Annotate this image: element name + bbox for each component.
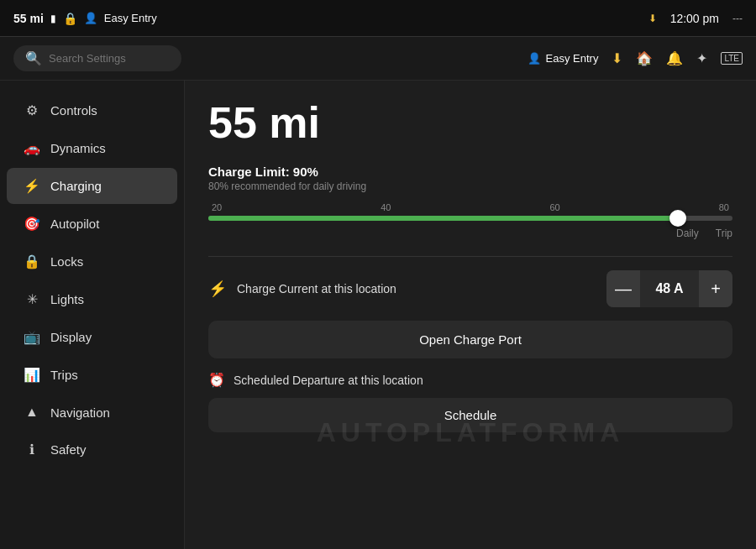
daily-label: Daily <box>676 227 699 239</box>
easy-entry-status: Easy Entry <box>104 12 157 24</box>
slider-fill <box>208 216 680 221</box>
header-row: 🔍 👤 Easy Entry ⬇ 🏠 🔔 ✦ LTE <box>0 37 756 81</box>
slider-label-60: 60 <box>550 202 560 212</box>
time-display: 12:00 pm <box>670 12 719 25</box>
header-user: 👤 Easy Entry <box>528 52 599 65</box>
lte-badge: LTE <box>721 52 743 65</box>
profile-icon-status: 👤 <box>84 12 97 24</box>
search-input[interactable] <box>49 52 170 65</box>
charge-limit-slider-container[interactable] <box>208 216 732 221</box>
controls-label: Controls <box>50 103 97 118</box>
dash-display: --- <box>732 13 743 24</box>
trips-icon: 📊 <box>24 367 40 383</box>
display-label: Display <box>50 330 92 344</box>
sidebar-item-autopilot[interactable]: 🎯 Autopilot <box>7 206 177 242</box>
charge-limit-section: Charge Limit: 90% 80% recommended for da… <box>208 165 732 239</box>
charge-limit-subtitle: 80% recommended for daily driving <box>208 180 732 192</box>
display-icon: 📺 <box>24 329 40 345</box>
battery-icon: ▮ <box>50 13 56 24</box>
dynamics-icon: 🚗 <box>24 140 40 156</box>
easy-entry-header: Easy Entry <box>546 52 599 65</box>
bell-icon[interactable]: 🔔 <box>666 50 683 66</box>
charging-label: Charging <box>50 179 102 193</box>
sidebar: ⚙ Controls 🚗 Dynamics ⚡ Charging 🎯 Autop… <box>0 81 185 549</box>
lights-icon: ✳ <box>24 291 40 307</box>
safety-icon: ℹ <box>24 442 40 458</box>
sidebar-item-lights[interactable]: ✳ Lights <box>7 281 177 317</box>
trip-label: Trip <box>716 227 732 239</box>
lights-label: Lights <box>50 292 84 306</box>
status-left: 55 mi ▮ 🔒 👤 Easy Entry <box>13 12 157 25</box>
slider-thumb[interactable] <box>669 210 686 227</box>
main-layout: ⚙ Controls 🚗 Dynamics ⚡ Charging 🎯 Autop… <box>0 81 756 549</box>
lock-icon: 🔒 <box>63 12 77 25</box>
increase-current-button[interactable]: + <box>699 270 732 307</box>
divider-1 <box>208 256 732 257</box>
status-bar: 55 mi ▮ 🔒 👤 Easy Entry ⬇ 12:00 pm --- <box>0 0 756 37</box>
range-display: 55 mi <box>208 97 732 148</box>
sidebar-item-locks[interactable]: 🔒 Locks <box>7 243 177 280</box>
slider-label-80: 80 <box>719 202 729 212</box>
sidebar-item-controls[interactable]: ⚙ Controls <box>7 92 177 128</box>
safety-label: Safety <box>50 442 87 457</box>
autopilot-label: Autopilot <box>50 217 99 231</box>
download-icon-status: ⬇ <box>648 13 657 24</box>
content-area: 55 mi Charge Limit: 90% 80% recommended … <box>185 81 756 549</box>
charging-icon: ⚡ <box>24 178 40 194</box>
schedule-button[interactable]: Schedule <box>208 398 732 432</box>
charge-current-icon: ⚡ <box>208 280 227 298</box>
header-icons: 👤 Easy Entry ⬇ 🏠 🔔 ✦ LTE <box>528 50 743 66</box>
sidebar-item-navigation[interactable]: ▲ Navigation <box>7 395 177 430</box>
slider-track <box>208 216 732 221</box>
decrease-current-button[interactable]: — <box>606 270 640 307</box>
charge-current-control: — 48 A + <box>606 270 732 307</box>
sidebar-item-display[interactable]: 📺 Display <box>7 319 177 355</box>
trips-label: Trips <box>50 368 78 382</box>
current-value-display: 48 A <box>640 270 699 307</box>
slider-label-40: 40 <box>381 202 391 212</box>
autopilot-icon: 🎯 <box>24 216 40 232</box>
range-miles: 55 mi <box>13 12 44 25</box>
navigation-label: Navigation <box>50 405 110 420</box>
open-charge-port-button[interactable]: Open Charge Port <box>208 321 732 358</box>
daily-trip-labels: Daily Trip <box>208 227 732 239</box>
sidebar-item-safety[interactable]: ℹ Safety <box>7 431 177 468</box>
sidebar-item-trips[interactable]: 📊 Trips <box>7 357 177 393</box>
scheduled-label: Scheduled Departure at this location <box>234 374 423 387</box>
bluetooth-icon[interactable]: ✦ <box>696 50 707 66</box>
dynamics-label: Dynamics <box>50 141 106 155</box>
sidebar-item-charging[interactable]: ⚡ Charging <box>7 168 177 204</box>
slider-label-20: 20 <box>212 202 222 212</box>
locks-label: Locks <box>50 254 83 269</box>
search-icon: 🔍 <box>25 50 42 66</box>
profile-icon-header: 👤 <box>528 52 541 65</box>
download-icon-header[interactable]: ⬇ <box>612 50 622 66</box>
slider-labels: 20 40 60 80 <box>208 202 732 212</box>
locks-icon: 🔒 <box>24 254 40 269</box>
search-box[interactable]: 🔍 <box>13 45 181 71</box>
sidebar-item-dynamics[interactable]: 🚗 Dynamics <box>7 130 177 166</box>
charge-limit-title: Charge Limit: 90% <box>208 165 732 179</box>
home-icon[interactable]: 🏠 <box>636 50 653 66</box>
navigation-icon: ▲ <box>24 405 40 420</box>
scheduled-icon: ⏰ <box>208 372 225 388</box>
scheduled-departure-section: ⏰ Scheduled Departure at this location <box>208 372 732 388</box>
charge-current-row: ⚡ Charge Current at this location — 48 A… <box>208 270 732 307</box>
charge-current-label: Charge Current at this location <box>237 281 596 296</box>
controls-icon: ⚙ <box>24 102 40 118</box>
